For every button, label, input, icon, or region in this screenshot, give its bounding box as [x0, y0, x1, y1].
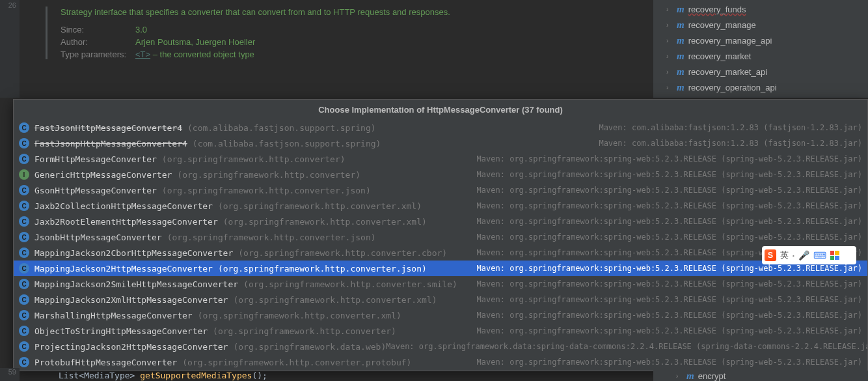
package-name: (org.springframework.http.converter): [177, 170, 360, 180]
package-name: (com.alibaba.fastjson.support.spring): [187, 123, 376, 133]
package-name: (org.springframework.http.converter.json…: [167, 233, 376, 242]
tree-item-label: recovery_funds: [688, 5, 746, 14]
class-icon: C: [19, 216, 29, 227]
implementation-row[interactable]: C MarshallingHttpMessageConverter (org.s…: [14, 307, 867, 323]
implementation-row[interactable]: C MappingJackson2SmileHttpMessageConvert…: [14, 276, 867, 292]
maven-coordinates: Maven: org.springframework:spring-web:5.…: [477, 217, 862, 226]
implementation-row[interactable]: I GenericHttpMessageConverter (org.sprin…: [14, 167, 867, 182]
chevron-right-icon: ›: [676, 373, 683, 380]
ime-grid-icon[interactable]: [830, 251, 839, 260]
maven-coordinates: Maven: org.springframework:spring-web:5.…: [477, 279, 862, 289]
author-label: Author:: [61, 37, 135, 47]
code-return-type: List<MediaType>: [59, 371, 140, 380]
maven-coordinates: Maven: org.springframework:spring-web:5.…: [477, 186, 862, 195]
tree-item-label: encrypt: [698, 371, 726, 381]
class-icon: C: [19, 326, 29, 336]
chevron-icon: ›: [666, 21, 673, 29]
chevron-icon: ›: [666, 53, 673, 60]
maven-module-icon: m: [686, 371, 694, 382]
since-value: 3.0: [135, 25, 147, 35]
implementation-row[interactable]: C MappingJackson2XmlHttpMessageConverter…: [14, 292, 867, 307]
popup-title: Choose Implementation of HttpMessageConv…: [14, 100, 867, 120]
class-name: FastJsonHttpMessageConverter4: [34, 123, 182, 133]
tree-item-label: recovery_market: [688, 51, 752, 61]
maven-coordinates: Maven: com.alibaba:fastjson:1.2.83 (fast…: [599, 139, 862, 148]
tree-item[interactable]: ⌄ m recovery_pattern: [653, 95, 868, 98]
project-tree[interactable]: › m recovery_funds › m recovery_manage ›…: [653, 0, 868, 98]
tree-item[interactable]: › m recovery_manage_api: [653, 33, 868, 48]
class-icon: C: [19, 247, 29, 258]
implementation-row[interactable]: C FastJsonHttpMessageConverter4 (com.ali…: [14, 120, 867, 135]
package-name: (org.springframework.http.converter.xml): [223, 217, 427, 227]
editor-gutter: 26: [0, 0, 20, 98]
class-name: FormHttpMessageConverter: [34, 154, 157, 164]
microphone-icon[interactable]: 🎤: [798, 250, 809, 261]
implementation-row[interactable]: C ProjectingJackson2HttpMessageConverter…: [14, 339, 867, 354]
class-icon: C: [19, 232, 29, 242]
popup-list[interactable]: C FastJsonHttpMessageConverter4 (com.ali…: [14, 120, 867, 371]
ime-language[interactable]: 英: [780, 249, 789, 261]
implementation-row[interactable]: C Jaxb2RootElementHttpMessageConverter (…: [14, 214, 867, 229]
package-name: (org.springframework.http.converter): [213, 326, 396, 336]
maven-coordinates: Maven: org.springframework:spring-web:5.…: [477, 326, 862, 335]
class-icon: C: [19, 279, 29, 289]
implementation-row[interactable]: C GsonHttpMessageConverter (org.springfr…: [14, 182, 867, 198]
class-icon: C: [19, 357, 29, 367]
class-name: GenericHttpMessageConverter: [34, 170, 172, 180]
package-name: (org.springframework.http.converter.json…: [218, 264, 427, 274]
implementation-row[interactable]: C MappingJackson2CborHttpMessageConverte…: [14, 245, 867, 261]
package-name: (org.springframework.http.converter): [162, 154, 346, 164]
tree-item[interactable]: › m recovery_funds: [653, 1, 868, 17]
choose-implementation-popup: Choose Implementation of HttpMessageConv…: [13, 99, 868, 371]
class-icon: C: [19, 263, 29, 274]
class-icon: C: [19, 138, 29, 148]
type-params-label: Type parameters:: [61, 49, 135, 59]
package-name: (org.springframework.http.converter.xml): [218, 201, 422, 211]
implementation-row[interactable]: C Jaxb2CollectionHttpMessageConverter (o…: [14, 198, 867, 214]
class-name: ProjectingJackson2HttpMessageConverter: [34, 342, 228, 352]
package-name: (org.springframework.http.converter.json…: [162, 186, 371, 195]
tree-item[interactable]: › m recovery_manage: [653, 17, 868, 33]
implementation-row[interactable]: C JsonbHttpMessageConverter (org.springf…: [14, 229, 867, 245]
tree-item[interactable]: › m encrypt: [653, 371, 868, 381]
maven-module-icon: m: [677, 98, 685, 98]
class-name: ObjectToStringHttpMessageConverter: [34, 326, 208, 336]
package-name: (org.springframework.http.converter.xml): [198, 311, 401, 320]
sogou-icon[interactable]: S: [765, 249, 776, 261]
maven-module-icon: m: [677, 35, 685, 46]
implementation-row[interactable]: C MappingJackson2HttpMessageConverter (o…: [14, 261, 867, 276]
class-icon: C: [19, 154, 29, 164]
implementation-row[interactable]: C ProtobufHttpMessageConverter (org.spri…: [14, 354, 867, 370]
implementation-row[interactable]: C FastJsonpHttpMessageConverter4 (com.al…: [14, 135, 867, 151]
tree-item[interactable]: › m recovery_operation_api: [653, 79, 868, 95]
maven-coordinates: Maven: org.springframework:spring-web:5.…: [477, 201, 862, 210]
line-number: 59: [8, 368, 16, 376]
class-icon: C: [19, 294, 29, 305]
code-suffix: ();: [252, 371, 267, 380]
package-name: (org.springframework.http.converter.smil…: [243, 279, 457, 289]
since-label: Since:: [61, 25, 135, 35]
class-name: MappingJackson2CborHttpMessageConverter: [34, 248, 233, 258]
code-method-name: getSupportedMediaTypes: [140, 371, 252, 380]
class-name: MarshallingHttpMessageConverter: [34, 311, 193, 320]
editor-code-line[interactable]: List<MediaType> getSupportedMediaTypes()…: [26, 371, 647, 381]
class-icon: C: [19, 310, 29, 320]
package-name: (org.springframework.http.converter.xml): [233, 295, 437, 305]
tree-item[interactable]: › m recovery_market: [653, 48, 868, 64]
class-icon: C: [19, 122, 29, 133]
implementation-row[interactable]: C ObjectToStringHttpMessageConverter (or…: [14, 323, 867, 339]
package-name: (com.alibaba.fastjson.support.spring): [193, 139, 381, 148]
class-name: MappingJackson2XmlHttpMessageConverter: [34, 295, 228, 305]
maven-coordinates: Maven: org.springframework.data:spring-d…: [386, 342, 867, 351]
tree-item[interactable]: › m recovery_market_api: [653, 64, 868, 79]
javadoc-panel: Strategy interface that specifies a conv…: [26, 0, 647, 98]
maven-coordinates: Maven: org.springframework:spring-web:5.…: [477, 264, 862, 273]
chevron-icon: ›: [666, 68, 673, 76]
implementation-row[interactable]: C FormHttpMessageConverter (org.springfr…: [14, 151, 867, 167]
chevron-icon: ›: [666, 84, 673, 91]
class-name: Jaxb2RootElementHttpMessageConverter: [34, 217, 218, 227]
ime-toolbar[interactable]: S 英 • 🎤 ⌨: [762, 246, 856, 264]
maven-module-icon: m: [677, 20, 685, 31]
class-icon: C: [19, 185, 29, 195]
keyboard-icon[interactable]: ⌨: [813, 250, 826, 261]
